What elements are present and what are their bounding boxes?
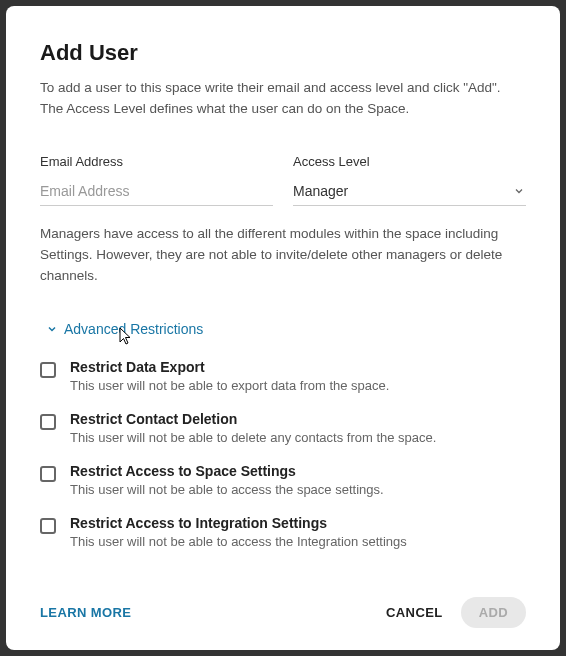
- access-level-value: Manager: [293, 183, 348, 199]
- restriction-text: Restrict Contact Deletion This user will…: [70, 411, 436, 445]
- role-description: Managers have access to all the differen…: [40, 224, 526, 287]
- advanced-restrictions-toggle[interactable]: Advanced Restrictions: [46, 321, 526, 337]
- chevron-down-icon: [46, 323, 58, 335]
- form-row: Email Address Access Level Manager: [40, 154, 526, 206]
- footer-actions: CANCEL ADD: [386, 597, 526, 628]
- restriction-desc: This user will not be able to delete any…: [70, 430, 436, 445]
- restrictions-list: Restrict Data Export This user will not …: [40, 359, 526, 549]
- restriction-desc: This user will not be able to export dat…: [70, 378, 389, 393]
- access-level-field-wrap: Access Level Manager: [293, 154, 526, 206]
- dialog-footer: LEARN MORE CANCEL ADD: [40, 597, 526, 628]
- restriction-item: Restrict Contact Deletion This user will…: [40, 411, 526, 445]
- restriction-text: Restrict Data Export This user will not …: [70, 359, 389, 393]
- email-label: Email Address: [40, 154, 273, 169]
- restriction-title: Restrict Access to Integration Settings: [70, 515, 407, 531]
- restriction-title: Restrict Data Export: [70, 359, 389, 375]
- restriction-desc: This user will not be able to access the…: [70, 534, 407, 549]
- restriction-checkbox[interactable]: [40, 414, 56, 430]
- restriction-desc: This user will not be able to access the…: [70, 482, 384, 497]
- dialog-title: Add User: [40, 40, 526, 66]
- add-user-dialog: Add User To add a user to this space wri…: [6, 6, 560, 650]
- dialog-description: To add a user to this space write their …: [40, 78, 526, 120]
- restriction-checkbox[interactable]: [40, 466, 56, 482]
- restriction-text: Restrict Access to Space Settings This u…: [70, 463, 384, 497]
- advanced-toggle-label: Advanced Restrictions: [64, 321, 203, 337]
- restriction-title: Restrict Access to Space Settings: [70, 463, 384, 479]
- email-input[interactable]: [40, 179, 273, 206]
- restriction-checkbox[interactable]: [40, 362, 56, 378]
- restriction-checkbox[interactable]: [40, 518, 56, 534]
- restriction-item: Restrict Data Export This user will not …: [40, 359, 526, 393]
- restriction-title: Restrict Contact Deletion: [70, 411, 436, 427]
- add-button[interactable]: ADD: [461, 597, 526, 628]
- cancel-button[interactable]: CANCEL: [386, 605, 443, 620]
- access-level-select[interactable]: Manager: [293, 179, 526, 206]
- email-field-wrap: Email Address: [40, 154, 273, 206]
- access-level-label: Access Level: [293, 154, 526, 169]
- restriction-item: Restrict Access to Integration Settings …: [40, 515, 526, 549]
- learn-more-link[interactable]: LEARN MORE: [40, 605, 131, 620]
- chevron-down-icon: [512, 184, 526, 198]
- restriction-item: Restrict Access to Space Settings This u…: [40, 463, 526, 497]
- restriction-text: Restrict Access to Integration Settings …: [70, 515, 407, 549]
